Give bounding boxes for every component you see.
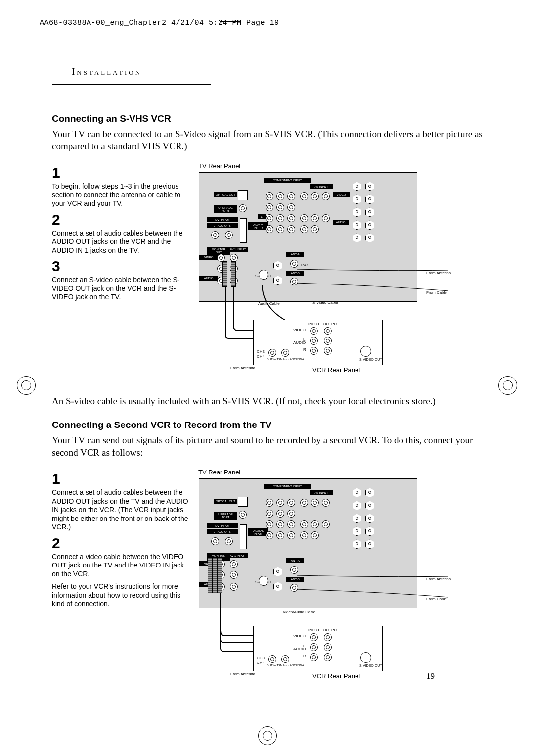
section1-intro: Your TV can be connected to an S-Video s…: [52, 128, 490, 152]
va-cable-plug-icon: [213, 558, 218, 593]
callout-from-antenna: From Antenna: [426, 271, 451, 275]
vcr-svideo-out-jack-icon: [360, 346, 371, 357]
callout-from-cable: From Cable: [426, 597, 447, 601]
vcr-video-in-jack-icon: [310, 633, 318, 641]
step-text: To begin, follow steps 1~3 in the previo…: [52, 182, 190, 208]
section2-steps-block: 1 Connect a set of audio cables between …: [52, 469, 490, 687]
step-number: 1: [52, 471, 190, 487]
vcr-audio-r-out-jack-icon: [324, 653, 332, 661]
step-number: 3: [52, 258, 190, 275]
step-text: Connect a set of audio cables between th…: [52, 488, 190, 532]
section1-diagram: OPTICAL OUT UPGRADE PORT DVI INPUT L - A…: [198, 172, 461, 390]
callout-from-antenna: From Antenna: [426, 577, 451, 581]
vcr-audio-l-out-jack-icon: [324, 643, 332, 651]
installation-heading-box: Installation: [52, 59, 211, 85]
section2-diagram: OPTICAL OUT UPGRADE PORT DVI INPUT L - A…: [198, 478, 461, 687]
page-number: 19: [426, 671, 434, 676]
audio-cable-plug-icon: [222, 261, 227, 287]
section1-steps: 1 To begin, follow steps 1~3 in the prev…: [52, 162, 198, 390]
step-number: 2: [52, 211, 190, 228]
vcr-rear-panel-2: INPUT OUTPUT VIDEO AUDIO L R CH3 CH4: [253, 626, 383, 671]
pdf-page-header: AA68-03388A-00_eng_Chapter2 4/21/04 5:24…: [40, 19, 279, 27]
section2-steps: 1 Connect a set of audio cables between …: [52, 469, 198, 687]
va-cable-plug-icon: [218, 558, 222, 593]
step-text: Refer to your VCR's instructions for mor…: [52, 582, 190, 609]
section1-footer-note: An S-video cable is usually included wit…: [52, 395, 490, 408]
vcr-audio-r-in-jack-icon: [310, 653, 318, 661]
step-text: Connect an S-video cable between the S-V…: [52, 276, 190, 302]
vcr-video-out-jack-icon: [324, 327, 332, 335]
vcr-ant-out-jack-icon: [268, 655, 276, 663]
installation-heading: Installation: [72, 66, 142, 77]
vcr-ant-out-jack-icon: [268, 349, 276, 357]
vcr-ant-in-jack-icon: [281, 349, 289, 357]
tv-rear-panel-label-2: TV Rear Panel: [198, 469, 490, 476]
vcr-audio-l-out-jack-icon: [324, 337, 332, 345]
step-text: Connect a set of audio cables between th…: [52, 229, 190, 255]
vcr-rear-panel-label: VCR Rear Panel: [312, 366, 360, 374]
section1-heading: Connecting an S-VHS VCR: [52, 113, 509, 124]
section1-steps-block: 1 To begin, follow steps 1~3 in the prev…: [52, 162, 490, 390]
section2-diagram-col: TV Rear Panel OPTICAL OUT UPGRADE PORT D…: [198, 469, 490, 687]
vcr-rear-panel-label-2: VCR Rear Panel: [312, 672, 360, 680]
vcr-audio-r-in-jack-icon: [310, 347, 318, 355]
vcr-ant-in-jack-icon: [281, 655, 289, 663]
section2-intro: Your TV can send out signals of its pict…: [52, 434, 490, 459]
section1-diagram-col: TV Rear Panel OPTICAL OUT UPGRADE PORT D…: [198, 162, 490, 390]
callout-from-cable: From Cable: [426, 291, 447, 295]
vcr-audio-r-out-jack-icon: [324, 347, 332, 355]
vcr-audio-l-in-jack-icon: [310, 337, 318, 345]
audio-cable-plug-icon: [231, 261, 236, 287]
registration-mark-bottom: [222, 726, 312, 756]
callout-audio-cable: Audio Cable: [258, 302, 280, 306]
callout-from-antenna-2: From Antenna: [230, 672, 255, 676]
vcr-rear-panel: INPUT OUTPUT VIDEO AUDIO L R CH3 CH4: [253, 320, 383, 365]
vcr-video-out-jack-icon: [324, 633, 332, 641]
callout-svideo-cable: S-Video Cable: [312, 301, 338, 305]
callout-video-audio-cable: Video/Audio Cable: [283, 610, 315, 614]
va-cable-plug-icon: [208, 558, 213, 593]
tv-rear-panel-label: TV Rear Panel: [198, 162, 490, 170]
step-number: 2: [52, 535, 190, 552]
vcr-video-in-jack-icon: [310, 327, 318, 335]
page-content: Installation Connecting an S-VHS VCR You…: [25, 59, 509, 687]
vcr-audio-l-in-jack-icon: [310, 643, 318, 651]
step-text: Connect a video cable between the VIDEO …: [52, 553, 190, 579]
step-number: 1: [52, 164, 190, 181]
callout-from-antenna-2: From Antenna: [230, 366, 255, 370]
vcr-svideo-out-jack-icon: [360, 652, 371, 663]
section2-heading: Connecting a Second VCR to Record from t…: [52, 420, 509, 430]
